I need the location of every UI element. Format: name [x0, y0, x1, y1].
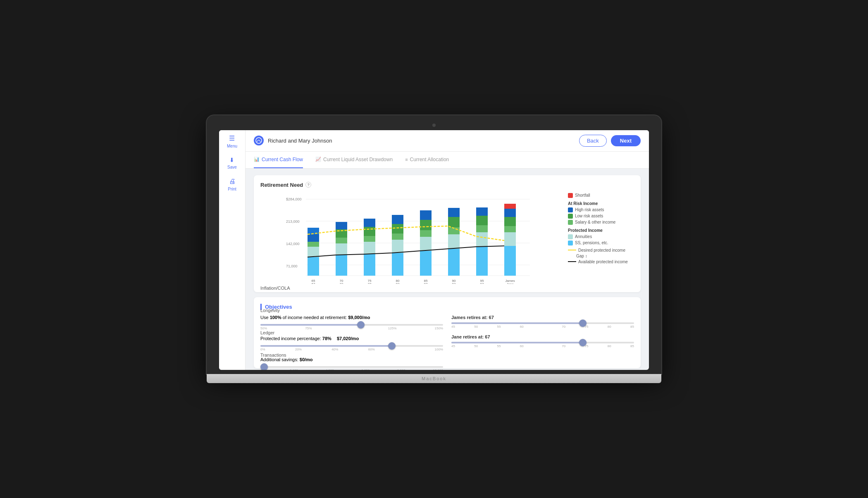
laptop: ☰ Menu ⬇ Save 🖨 Print	[207, 115, 661, 383]
bar-annuity-8	[504, 232, 516, 246]
header: Richard and Mary Johnson Back Next	[246, 130, 649, 152]
bar-lowrisk-6	[448, 217, 460, 227]
bar-salary-8	[504, 226, 516, 232]
bar-ss-1	[308, 257, 319, 276]
bar-highrisk-6	[448, 208, 460, 217]
camera-dot	[432, 124, 436, 127]
legend-low-risk: Low risk assets	[568, 214, 634, 219]
svg-text:71,000: 71,000	[286, 264, 298, 268]
save-icon: ⬇	[229, 157, 234, 163]
tab-current-cash-flow[interactable]: 📊 Current Cash Flow	[254, 152, 303, 168]
sidebar-save-label: Save	[227, 165, 237, 169]
bar-ss-4	[392, 253, 403, 276]
bar-salary-5	[420, 230, 432, 237]
bar-lowrisk-3	[364, 227, 375, 236]
svg-text:213,000: 213,000	[286, 219, 300, 224]
bar-ss-8	[504, 246, 516, 276]
svg-text:97: 97	[480, 282, 484, 284]
svg-text:142,000: 142,000	[286, 242, 300, 246]
legend-gap-label: Gap ↕	[576, 254, 587, 258]
chart-card: Retirement Need ? $284,000 213,000	[254, 175, 641, 292]
tab-liquid-label: Current Liquid Asset Drawdown	[323, 157, 393, 162]
bar-annuity-5	[420, 237, 432, 251]
legend-salary-label: Salary & other income	[575, 220, 615, 224]
chart-title: Retirement Need	[260, 182, 303, 188]
svg-text:77: 77	[368, 282, 372, 284]
legend-desired: Desired protected income	[568, 248, 634, 253]
bar-lowrisk-4	[392, 224, 403, 234]
legend-low-risk-label: Low risk assets	[575, 214, 603, 218]
sidebar-menu-label: Menu	[227, 144, 237, 148]
legend-ss: SS, pensions, etc.	[568, 241, 634, 245]
legend-annuities-label: Annuities	[575, 234, 592, 239]
additional-value: $0/mo	[300, 357, 313, 362]
savings-slider-thumb[interactable]	[260, 363, 268, 370]
bar-lowrisk-5	[420, 220, 432, 230]
bar-salary-4	[392, 234, 403, 240]
legend-annuities: Annuities	[568, 234, 634, 239]
menu-icon: ☰	[229, 134, 235, 142]
content-area: Retirement Need ? $284,000 213,000	[246, 169, 649, 370]
app-container: ☰ Menu ⬇ Save 🖨 Print	[219, 130, 649, 370]
bar-ss-7	[476, 247, 488, 276]
chart-container: $284,000 213,000 142,000 71,000	[260, 193, 634, 286]
tab-liquid-asset[interactable]: 📈 Current Liquid Asset Drawdown	[315, 152, 393, 168]
bar-highrisk-4	[392, 215, 403, 224]
laptop-screen: ☰ Menu ⬇ Save 🖨 Print	[219, 130, 649, 370]
sidebar: ☰ Menu ⬇ Save 🖨 Print	[219, 130, 246, 370]
bar-annuity-2	[336, 243, 347, 255]
bar-highrisk-8	[504, 209, 516, 217]
client-logo	[254, 136, 264, 145]
bar-lowrisk-7	[476, 216, 488, 225]
legend-protected-title: Protected Income	[568, 228, 634, 233]
tab-liquid-icon: 📈	[315, 157, 321, 162]
bar-highrisk-2	[336, 222, 347, 229]
annuities-swatch	[568, 234, 573, 239]
bar-ss-6	[448, 249, 460, 276]
chart-svg: $284,000 213,000 142,000 71,000	[260, 193, 560, 284]
info-icon[interactable]: ?	[305, 182, 311, 188]
bar-salary-2	[336, 238, 347, 243]
legend-salary: Salary & other income	[568, 220, 634, 225]
sidebar-item-print[interactable]: 🖨 Print	[228, 178, 236, 191]
tab-cash-flow-label: Current Cash Flow	[262, 157, 303, 162]
ledger-label: Ledger	[260, 330, 296, 335]
shortfall-swatch	[568, 193, 573, 198]
available-line-swatch	[568, 261, 576, 262]
savings-slider-section: 0 2,000 4,000 6,000 8,000 10,000	[260, 366, 443, 370]
bar-annuity-6	[448, 234, 460, 249]
bar-salary-7	[476, 225, 488, 232]
savings-slider-track	[260, 366, 443, 368]
svg-point-0	[256, 138, 262, 143]
bar-ss-5	[420, 251, 432, 276]
screen-bezel: ☰ Menu ⬇ Save 🖨 Print	[207, 115, 661, 374]
salary-swatch	[568, 220, 573, 225]
back-button[interactable]: Back	[579, 135, 607, 147]
client-name: Richard and Mary Johnson	[268, 138, 575, 144]
bar-lowrisk-8	[504, 217, 516, 226]
laptop-base: MacBook	[207, 374, 661, 383]
chart-legend: Shortfall At Risk Income High risk asset…	[568, 193, 634, 286]
svg-text:82: 82	[396, 282, 400, 284]
svg-text:67: 67	[312, 282, 315, 284]
bar-salary-3	[364, 236, 375, 242]
legend-shortfall: Shortfall	[568, 193, 634, 198]
next-button[interactable]: Next	[611, 135, 641, 146]
main-content: Richard and Mary Johnson Back Next 📊 Cur…	[246, 130, 649, 370]
bar-annuity-1	[308, 247, 319, 257]
tab-allocation[interactable]: ≡ Current Allocation	[405, 152, 449, 168]
svg-text:92: 92	[452, 282, 456, 284]
inflation-label: Inflation/COLA	[260, 286, 296, 291]
svg-text:87: 87	[424, 282, 428, 284]
low-risk-swatch	[568, 214, 573, 219]
chart-title-row: Retirement Need ?	[260, 182, 634, 188]
tab-allocation-icon: ≡	[405, 157, 408, 162]
sidebar-item-save[interactable]: ⬇ Save	[227, 157, 237, 169]
objectives-labels-column: Inflation/COLA Longevity Ledger Transact…	[260, 286, 296, 357]
legend-shortfall-label: Shortfall	[575, 193, 590, 198]
laptop-brand: MacBook	[422, 376, 446, 381]
svg-text:72: 72	[340, 282, 343, 284]
transactions-label: Transactions	[260, 353, 296, 357]
sidebar-item-menu[interactable]: ☰ Menu	[227, 134, 237, 148]
objectives-card: Objectives Use 100% of income needed at …	[254, 297, 641, 368]
